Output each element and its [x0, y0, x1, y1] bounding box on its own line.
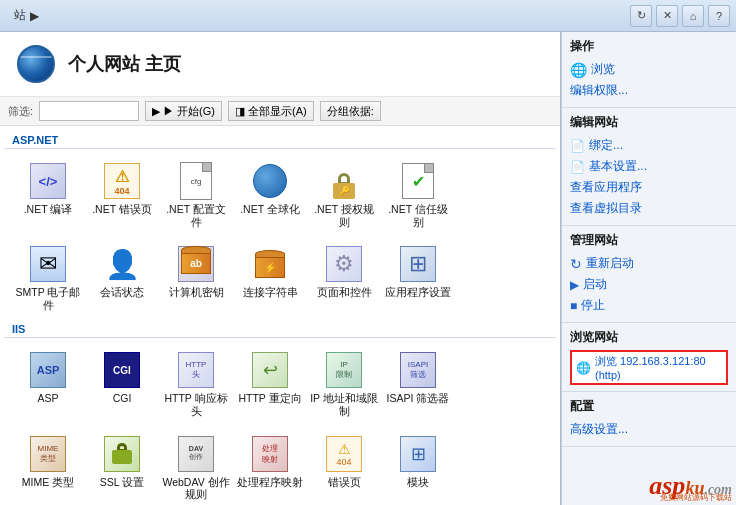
- icon-handler[interactable]: 处理映射 处理程序映射: [234, 430, 306, 505]
- browse-ip-label: 浏览 192.168.3.121:80(http): [595, 354, 706, 381]
- main-content: 个人网站 主页 筛选: ▶ ▶ 开始(G) ◨ 全部显示(A) 分组依据: AS…: [0, 32, 736, 505]
- icon-net-global[interactable]: .NET 全球化: [234, 157, 306, 232]
- http-resp-icon: HTTP头: [178, 352, 214, 388]
- breadcrumb-arrow: ▶: [30, 9, 39, 23]
- show-all-label: 全部显示(A): [248, 104, 307, 119]
- mime-icon: MIME类型: [30, 436, 66, 472]
- stop-label: 停止: [581, 297, 605, 314]
- viewdirs-label: 查看虚拟目录: [570, 200, 642, 217]
- right-panel: 操作 🌐 浏览 编辑权限... 编辑网站 📄 绑定... 📄 基本设置... 查…: [561, 32, 736, 505]
- editperm-link[interactable]: 编辑权限...: [570, 80, 728, 101]
- icon-mime[interactable]: MIME类型 MIME 类型: [12, 430, 84, 505]
- browsesite-title: 浏览网站: [570, 329, 728, 346]
- start-link[interactable]: ▶ 启动: [570, 274, 728, 295]
- pagecontrol-label: 页面和控件: [317, 286, 372, 299]
- breadcrumb-text: 站: [14, 7, 26, 24]
- show-all-icon: ◨: [235, 105, 245, 118]
- refresh-icon[interactable]: ↻: [630, 5, 652, 27]
- machinekey-label: 计算机密钥: [169, 286, 224, 299]
- icon-http-resp[interactable]: HTTP头 HTTP 响应标头: [160, 346, 232, 421]
- icon-machinekey[interactable]: ab 计算机密钥: [160, 240, 232, 315]
- operations-section: 操作 🌐 浏览 编辑权限...: [562, 32, 736, 108]
- icon-ssl[interactable]: SSL 设置: [86, 430, 158, 505]
- stop-icon[interactable]: ✕: [656, 5, 678, 27]
- icon-http-redir[interactable]: ↩ HTTP 重定向: [234, 346, 306, 421]
- net-error-label: .NET 错误页: [92, 203, 152, 216]
- icon-net-auth[interactable]: 🔑 .NET 授权规则: [308, 157, 380, 232]
- handler-icon: 处理映射: [252, 436, 288, 472]
- icon-pagecontrol[interactable]: ⚙ 页面和控件: [308, 240, 380, 315]
- aspnet-row1: </> .NET 编译 ⚠ 404 .NET 错误页: [4, 153, 556, 236]
- cgi-label: CGI: [113, 392, 132, 405]
- icon-errpage[interactable]: ⚠ 404 错误页: [308, 430, 380, 505]
- browse-link[interactable]: 🌐 浏览: [570, 59, 728, 80]
- icon-connstr[interactable]: ⚡ 连接字符串: [234, 240, 306, 315]
- start-label: 启动: [583, 276, 607, 293]
- browse-ip-link[interactable]: 🌐 浏览 192.168.3.121:80(http): [570, 350, 728, 385]
- module-icon: ⊞: [400, 436, 436, 472]
- iis-row1: ASP ASP CGI CGI HTTP头 HTT: [4, 342, 556, 425]
- start-button[interactable]: ▶ ▶ 开始(G): [145, 101, 222, 121]
- editsite-section: 编辑网站 📄 绑定... 📄 基本设置... 查看应用程序 查看虚拟目录: [562, 108, 736, 226]
- top-bar-icons: ↻ ✕ ⌂ ?: [630, 5, 730, 27]
- iis-row2: MIME类型 MIME 类型 SSL 设置: [4, 426, 556, 505]
- config-doc-icon: cfg: [180, 162, 212, 200]
- bind-link[interactable]: 📄 绑定...: [570, 135, 728, 156]
- session-label: 会话状态: [100, 286, 144, 299]
- ip-domain-label: IP 地址和域限制: [310, 392, 378, 417]
- isapi-label: ISAPI 筛选器: [387, 392, 450, 405]
- http-redir-icon: ↩: [252, 352, 288, 388]
- home-icon[interactable]: ⌂: [682, 5, 704, 27]
- errpage-label: 错误页: [328, 476, 361, 489]
- webdav-icon: DAV 创作: [178, 436, 214, 472]
- icon-ip-domain[interactable]: IP限制 IP 地址和域限制: [308, 346, 380, 421]
- browse-label: 浏览: [591, 61, 615, 78]
- compile-icon: </>: [30, 163, 66, 199]
- managesite-section: 管理网站 ↻ 重新启动 ▶ 启动 ■ 停止: [562, 226, 736, 323]
- start-play-icon: ▶: [570, 278, 579, 292]
- advsettings-link[interactable]: 高级设置...: [570, 419, 728, 440]
- icon-smtp[interactable]: ✉ SMTP 电子邮件: [12, 240, 84, 315]
- breadcrumb: 站 ▶: [6, 4, 47, 27]
- help-icon[interactable]: ?: [708, 5, 730, 27]
- handler-label: 处理程序映射: [237, 476, 303, 489]
- trust-doc-icon: ✔: [402, 163, 434, 199]
- icon-net-compile[interactable]: </> .NET 编译: [12, 157, 84, 232]
- net-global-label: .NET 全球化: [240, 203, 300, 216]
- show-all-button[interactable]: ◨ 全部显示(A): [228, 101, 314, 121]
- pagecontrol-icon: ⚙: [326, 246, 362, 282]
- config-section: 配置 高级设置...: [562, 392, 736, 447]
- viewapps-label: 查看应用程序: [570, 179, 642, 196]
- net-config-label: .NET 配置文件: [162, 203, 230, 228]
- icon-isapi[interactable]: ISAPI筛选 ISAPI 筛选器: [382, 346, 454, 421]
- stop-link[interactable]: ■ 停止: [570, 295, 728, 316]
- asp-icon: ASP: [30, 352, 66, 388]
- config-title: 配置: [570, 398, 728, 415]
- stop-sq-icon: ■: [570, 299, 577, 313]
- icon-cgi[interactable]: CGI CGI: [86, 346, 158, 421]
- appset-icon: ⊞: [400, 246, 436, 282]
- icon-appset[interactable]: ⊞ 应用程序设置: [382, 240, 454, 315]
- icon-net-error[interactable]: ⚠ 404 .NET 错误页: [86, 157, 158, 232]
- error404-icon: ⚠ 404: [104, 163, 140, 199]
- viewapps-link[interactable]: 查看应用程序: [570, 177, 728, 198]
- filter-input[interactable]: [39, 101, 139, 121]
- editsite-title: 编辑网站: [570, 114, 728, 131]
- group-by-button[interactable]: 分组依据:: [320, 101, 381, 121]
- icon-webdav[interactable]: DAV 创作 WebDAV 创作规则: [160, 430, 232, 505]
- viewdirs-link[interactable]: 查看虚拟目录: [570, 198, 728, 219]
- isapi-icon: ISAPI筛选: [400, 352, 436, 388]
- icon-session[interactable]: 👤 会话状态: [86, 240, 158, 315]
- icon-net-config[interactable]: cfg .NET 配置文件: [160, 157, 232, 232]
- errpage-icon: ⚠ 404: [326, 436, 362, 472]
- icon-module[interactable]: ⊞ 模块: [382, 430, 454, 505]
- icon-net-trust[interactable]: ✔ .NET 信任级别: [382, 157, 454, 232]
- basicsettings-label: 基本设置...: [589, 158, 647, 175]
- net-trust-label: .NET 信任级别: [384, 203, 452, 228]
- person-icon: 👤: [104, 246, 140, 282]
- restart-link[interactable]: ↻ 重新启动: [570, 253, 728, 274]
- icon-asp[interactable]: ASP ASP: [12, 346, 84, 421]
- basicsettings-link[interactable]: 📄 基本设置...: [570, 156, 728, 177]
- auth-lock-icon: 🔑: [329, 163, 359, 199]
- bind-doc-icon: 📄: [570, 139, 585, 153]
